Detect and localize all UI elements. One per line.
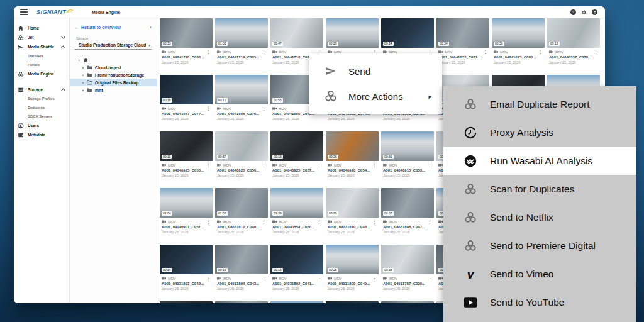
video-thumbnail[interactable]: 00:10 (381, 301, 434, 303)
tree-expand-icon[interactable]: ▸ (82, 73, 87, 77)
asset-card[interactable]: 01:04MOV⋮A001_04040901_C051...January 25… (160, 188, 213, 242)
kebab-menu-icon[interactable]: ⋮ (372, 219, 377, 224)
video-thumbnail[interactable]: 00:26 (326, 131, 379, 161)
kebab-menu-icon[interactable]: ⋮ (206, 219, 211, 224)
video-thumbnail[interactable]: 00:34 (160, 245, 213, 274)
asset-card[interactable]: 00:13MOV⋮A001_04040925_C057...January 25… (270, 131, 323, 186)
gear-icon[interactable] (581, 9, 587, 15)
submenu-item-send-to-premiere-digital[interactable]: Send to Premiere Digital (443, 231, 636, 260)
asset-card[interactable]: 00:57MOV⋮A001_04040925_C056...January 25… (215, 131, 268, 186)
asset-card[interactable]: 00:12MOV⋮A001_04041556_C076...January 25… (215, 75, 268, 129)
video-thumbnail[interactable]: 00:35 (381, 188, 434, 218)
submenu-item-send-to-vimeo[interactable]: vSend to Vimeo (443, 260, 636, 288)
kebab-menu-icon[interactable]: ⋮ (262, 106, 266, 111)
kebab-menu-icon[interactable]: ⋮ (262, 219, 266, 224)
asset-card[interactable]: 00:35MOV⋮A001_04031808_C047...January 25… (381, 188, 434, 242)
tree-node-root[interactable]: ▸ (70, 56, 157, 64)
asset-card[interactable]: 00:34MOV⋮A001_04041632_C081...January 25… (436, 18, 489, 72)
collapse-panel-icon[interactable]: ‹ (150, 25, 152, 30)
asset-card[interactable]: 00:36MOV⋮A001_04041625_C080...January 25… (492, 18, 545, 72)
submenu-item-send-to-netflix[interactable]: Send to Netflix (443, 203, 636, 231)
asset-card[interactable]: 00:26MOV⋮A001_04040920_C054...January 25… (326, 131, 379, 186)
kebab-menu-icon[interactable]: ⋮ (262, 50, 266, 54)
kebab-menu-icon[interactable]: ⋮ (428, 163, 432, 167)
video-thumbnail[interactable]: 01:03 (215, 18, 268, 48)
return-to-overview-link[interactable]: ← Return to overview (75, 25, 121, 30)
kebab-menu-icon[interactable]: ⋮ (317, 276, 321, 280)
video-thumbnail[interactable]: 00:16 (215, 245, 268, 274)
kebab-menu-icon[interactable]: ⋮ (372, 163, 377, 167)
asset-card[interactable]: 00:10MOV⋮A001_04031746_C034...January 25… (215, 301, 268, 303)
sidebar-item-media-shuttle[interactable]: Media Shuttle (14, 42, 69, 52)
video-thumbnail[interactable]: 00:10 (215, 301, 268, 303)
video-thumbnail[interactable]: 00:34 (436, 18, 489, 48)
video-thumbnail[interactable]: 00:33 (160, 18, 213, 48)
sidebar-item-metadata[interactable]: Metadata (14, 130, 69, 140)
video-thumbnail[interactable]: 00:31 (381, 131, 434, 161)
asset-card[interactable]: 00:11MOV⋮A001_04040925_C055...January 25… (160, 131, 213, 186)
submenu-item-proxy-analysis[interactable]: Proxy Analysis (443, 118, 636, 147)
kebab-menu-icon[interactable]: ⋮ (206, 276, 211, 280)
video-thumbnail[interactable]: 01:05 (215, 188, 268, 218)
sidebar-subitem-sdcx-servers[interactable]: SDCX Servers (14, 112, 69, 121)
kebab-menu-icon[interactable]: ⋮ (372, 276, 377, 280)
asset-card[interactable]: 00:13MOV⋮A001_04041557_C078...January 25… (547, 18, 600, 72)
kebab-menu-icon[interactable]: ⋮ (317, 163, 321, 167)
submenu-item-email-duplicate-report[interactable]: Email Duplicate Report (443, 90, 636, 118)
video-thumbnail[interactable]: 00:24 (381, 18, 434, 48)
video-thumbnail[interactable]: 00:12 (215, 75, 268, 104)
video-thumbnail[interactable]: 00:47 (270, 18, 323, 48)
sidebar-subitem-portals[interactable]: Portals (14, 60, 69, 69)
video-thumbnail[interactable]: 00:29 (326, 188, 379, 218)
submenu-item-run-wasabi-ai-analysis[interactable]: Run Wasabi AI Analysis (443, 147, 636, 175)
video-thumbnail[interactable]: 00:28 (326, 18, 379, 48)
storage-select[interactable]: Studio Production Storage Cloud ▾ (75, 42, 152, 50)
sidebar-subitem-transfers[interactable]: Transfers (14, 52, 69, 60)
kebab-menu-icon[interactable]: ⋮ (594, 50, 598, 54)
sidebar-item-users[interactable]: Users (14, 121, 69, 130)
asset-card[interactable]: 01:05MOV⋮A001_04031812_C049...January 25… (215, 188, 268, 242)
account-icon[interactable] (592, 9, 597, 15)
help-icon[interactable]: ? (570, 9, 576, 15)
tree-node-cloud-ingest[interactable]: ▸Cloud-Ingest (70, 64, 157, 71)
asset-card[interactable]: 01:39MOV⋮A001_04040854_C050...January 25… (270, 188, 323, 242)
submenu-item-send-to-youtube[interactable]: Send to YouTube (443, 288, 636, 316)
video-thumbnail[interactable]: 00:10 (160, 301, 213, 303)
asset-card[interactable]: 00:10MOV⋮A001_04031744_C033...January 25… (270, 301, 323, 303)
sidebar-item-storage[interactable]: Storage (14, 85, 69, 94)
tree-expand-icon[interactable]: ▸ (82, 65, 87, 69)
kebab-menu-icon[interactable]: ⋮ (538, 50, 543, 54)
video-thumbnail[interactable]: 00:38 (381, 245, 434, 274)
asset-card[interactable]: 00:29MOV⋮A001_04031810_C048...January 25… (326, 188, 379, 242)
asset-card[interactable]: 00:16MOV⋮A001_04041557_C077...January 25… (160, 75, 213, 129)
video-thumbnail[interactable]: 00:36 (492, 18, 545, 48)
video-thumbnail[interactable]: 01:04 (160, 188, 213, 218)
kebab-menu-icon[interactable]: ⋮ (262, 163, 266, 167)
asset-card[interactable]: 00:33MOV⋮A001_04041728_C086...January 25… (160, 18, 213, 72)
menu-icon[interactable] (20, 9, 28, 15)
context-menu-item-send[interactable]: Send (309, 58, 442, 84)
sidebar-item-media-engine[interactable]: Media Engine (14, 69, 69, 79)
kebab-menu-icon[interactable]: ⋮ (428, 219, 432, 224)
video-thumbnail[interactable]: 00:57 (215, 131, 268, 161)
kebab-menu-icon[interactable]: ⋮ (206, 50, 211, 54)
asset-card[interactable]: 00:38MOV⋮A001_04031757_C039...January 25… (381, 245, 434, 299)
submenu-item-scan-for-duplicates[interactable]: Scan for Duplicates (443, 175, 636, 203)
tree-node-mnt[interactable]: ▸mnt (70, 86, 157, 94)
video-thumbnail[interactable]: 00:13 (270, 245, 323, 274)
asset-card[interactable]: 00:10MOV⋮A001_04031740_C031...January 25… (381, 301, 434, 303)
sidebar-item-jet[interactable]: Jet (14, 33, 69, 42)
kebab-menu-icon[interactable]: ⋮ (206, 106, 211, 111)
video-thumbnail[interactable]: 00:11 (160, 131, 213, 161)
kebab-menu-icon[interactable]: ⋮ (317, 219, 321, 224)
kebab-menu-icon[interactable]: ⋮ (483, 50, 487, 54)
tree-expand-icon[interactable]: ▸ (82, 80, 87, 84)
sidebar-subitem-endpoints[interactable]: Endpoints (14, 103, 69, 112)
asset-card[interactable]: 00:25MOV⋮A001_04031800_C040...January 25… (326, 245, 379, 299)
kebab-menu-icon[interactable]: ⋮ (262, 276, 266, 280)
video-thumbnail[interactable]: 00:13 (270, 131, 323, 161)
video-thumbnail[interactable]: 00:10 (270, 301, 323, 303)
sidebar-item-home[interactable]: Home (14, 23, 69, 33)
video-thumbnail[interactable]: 01:39 (270, 188, 323, 218)
video-thumbnail[interactable]: 00:13 (547, 18, 600, 48)
